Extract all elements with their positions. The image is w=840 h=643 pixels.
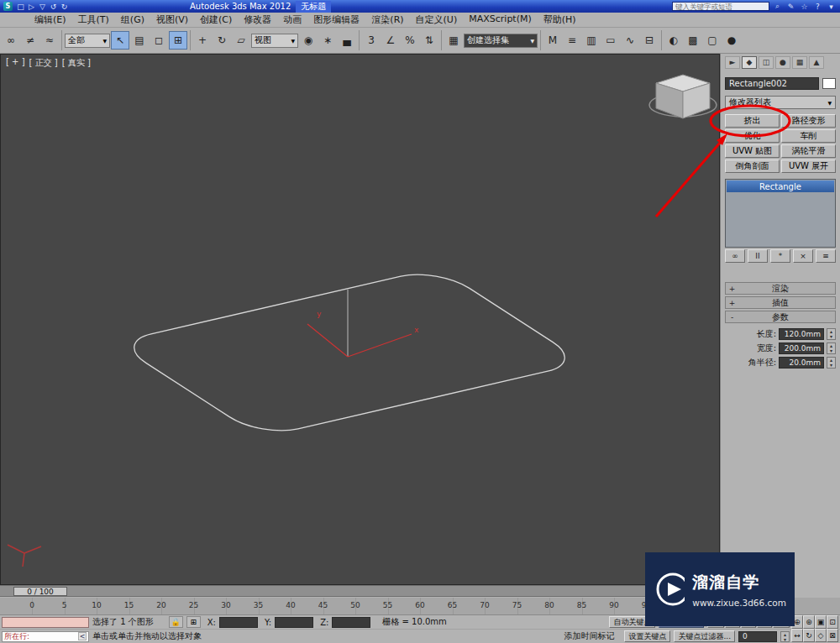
time-slider-track[interactable]: 0 / 100 — [0, 585, 720, 597]
pencil-icon[interactable]: ✎ — [785, 2, 796, 12]
pin-stack-icon[interactable]: ∞ — [725, 249, 745, 263]
remove-modifier-icon[interactable]: × — [793, 249, 813, 263]
window-crossing-icon[interactable]: ⊞ — [169, 31, 187, 50]
align-icon[interactable]: ≡ — [563, 31, 581, 50]
maxscript-mini-listener[interactable]: 所在行: < — [2, 631, 89, 642]
help-icon[interactable]: ? — [812, 2, 823, 12]
orbit-icon[interactable]: ↻ — [803, 629, 815, 642]
render-setup-icon[interactable]: ▩ — [684, 31, 702, 50]
named-selection-set-dropdown[interactable]: 创建选择集▼ — [464, 34, 538, 48]
absolute-offset-toggle-icon[interactable]: ⊞ — [186, 616, 201, 628]
menu-item[interactable]: 动画 — [277, 13, 307, 26]
make-unique-icon[interactable]: * — [770, 249, 790, 263]
time-slider-handle[interactable]: 0 / 100 — [13, 587, 67, 596]
y-coord-field[interactable] — [275, 617, 313, 628]
menu-item[interactable]: 修改器 — [238, 13, 277, 26]
modifier-button[interactable]: 涡轮平滑 — [781, 144, 836, 158]
field-of-view-icon[interactable]: ◇ — [815, 629, 827, 642]
spinner-down-icon[interactable]: ▾ — [781, 637, 789, 642]
rollout-toggle-icon[interactable]: - — [728, 312, 736, 322]
undo-icon[interactable]: ↺ — [48, 2, 59, 12]
unlink-selection-icon[interactable]: ≠ — [21, 31, 39, 50]
menu-item[interactable]: 帮助(H) — [538, 13, 582, 26]
modifier-button[interactable]: 倒角剖面 — [725, 159, 780, 173]
zoom-region-icon[interactable]: ⊡ — [827, 615, 838, 629]
select-and-rotate-icon[interactable]: ↻ — [213, 31, 231, 50]
show-end-result-icon[interactable]: II — [748, 249, 768, 263]
select-and-move-icon[interactable]: + — [193, 31, 212, 50]
rollout-header[interactable]: +插值 — [725, 296, 836, 309]
modifier-button[interactable]: UVW 展开 — [781, 159, 836, 173]
modifier-list-dropdown[interactable]: 修改器列表 ▼ — [725, 96, 836, 109]
viewport-menu-shading[interactable]: [ 真实 ] — [62, 57, 91, 69]
rollout-toggle-icon[interactable]: + — [728, 298, 736, 307]
percent-snap-icon[interactable]: % — [401, 31, 419, 50]
utilities-tab[interactable]: ▲ — [809, 56, 824, 69]
set-key-button[interactable]: 设置关键点 — [624, 630, 670, 642]
create-tab[interactable]: ► — [725, 56, 740, 69]
hierarchy-tab[interactable]: ◫ — [759, 56, 774, 69]
spinner-snap-icon[interactable]: ⇅ — [420, 31, 438, 50]
display-tab[interactable]: ▦ — [792, 56, 807, 69]
spinner[interactable]: ▴▾ — [827, 328, 836, 340]
rollout-header[interactable]: +渲染 — [725, 282, 836, 295]
viewcube[interactable] — [649, 75, 717, 118]
snap-toggle-3d-icon[interactable]: 3 — [362, 31, 381, 50]
parameter-field[interactable]: 120.0mm — [779, 328, 824, 340]
menu-item[interactable]: 图形编辑器 — [307, 13, 365, 26]
graphite-ribbon-icon[interactable]: ▭ — [601, 31, 620, 50]
spinner[interactable]: ▴▾ — [827, 342, 836, 354]
new-file-icon[interactable]: □ — [15, 2, 26, 12]
menu-item[interactable]: 编辑(E) — [29, 13, 72, 26]
select-and-manipulate-icon[interactable]: ∗ — [318, 31, 337, 50]
spinner-down-icon[interactable]: ▾ — [827, 348, 835, 353]
menu-item[interactable]: 组(G) — [115, 13, 150, 26]
rendered-frame-window-icon[interactable]: ▢ — [703, 31, 722, 50]
menu-item[interactable]: MAXScript(M) — [463, 13, 538, 26]
select-and-scale-icon[interactable]: ▱ — [232, 31, 250, 50]
select-object-icon[interactable]: ↖ — [111, 31, 129, 50]
select-and-link-icon[interactable]: ∞ — [2, 31, 20, 50]
modifier-button[interactable]: 车削 — [781, 129, 836, 143]
menu-item[interactable]: 自定义(U) — [410, 13, 464, 26]
curve-editor-icon[interactable]: ∿ — [621, 31, 639, 50]
pan-icon[interactable]: ↔ — [791, 629, 803, 642]
motion-tab[interactable]: ● — [775, 56, 790, 69]
parameter-field[interactable]: 20.0mm — [779, 357, 824, 369]
time-spinner[interactable]: ▴ ▾ — [780, 631, 790, 642]
viewport-menu-pov[interactable]: [ 正交 ] — [29, 57, 58, 69]
listener-expand-icon[interactable]: < — [78, 632, 87, 640]
menu-item[interactable]: 视图(V) — [150, 13, 194, 26]
bind-to-space-warp-icon[interactable]: ≈ — [40, 31, 59, 50]
modifier-button[interactable]: UVW 贴图 — [725, 144, 780, 158]
infocenter-search-input[interactable] — [672, 2, 769, 11]
app-logo-icon[interactable]: S — [3, 2, 13, 11]
modify-tab[interactable]: ◆ — [742, 56, 757, 69]
spinner[interactable]: ▴▾ — [827, 357, 836, 369]
use-pivot-center-icon[interactable]: ◉ — [299, 31, 318, 50]
modifier-button[interactable]: 挤出 — [725, 114, 780, 128]
zoom-all-icon[interactable]: ⊛ — [803, 615, 815, 629]
rectangle-spline-shape[interactable] — [114, 268, 585, 437]
selection-filter-dropdown[interactable]: 全部▼ — [65, 34, 110, 48]
modifier-button[interactable]: 优化 — [725, 129, 780, 143]
current-time-field[interactable]: 0 — [738, 631, 777, 642]
mirror-icon[interactable]: M — [543, 31, 562, 50]
menu-item[interactable]: 创建(C) — [194, 13, 238, 26]
maximize-viewport-icon[interactable]: ⊠ — [827, 629, 838, 642]
macro-recorder-field[interactable] — [2, 617, 89, 628]
key-filters-button[interactable]: 关键点过滤器... — [674, 630, 735, 642]
edit-named-selection-sets-icon[interactable]: ▦ — [444, 31, 463, 50]
menu-item[interactable]: 渲染(R) — [365, 13, 409, 26]
reference-coordinate-dropdown[interactable]: 视图▼ — [251, 34, 298, 48]
modifier-button[interactable]: 路径变形 — [781, 114, 836, 128]
layer-manager-icon[interactable]: ▥ — [582, 31, 601, 50]
menu-item[interactable]: 工具(T) — [72, 13, 115, 26]
parameter-field[interactable]: 200.0mm — [779, 342, 824, 354]
viewport[interactable]: [ + ] [ 正交 ] [ 真实 ] y x — [0, 54, 720, 585]
configure-modifier-sets-icon[interactable]: ≡ — [816, 249, 836, 263]
star-icon[interactable]: ☆ — [799, 2, 810, 12]
lock-selection-icon[interactable]: 🔒 — [169, 616, 183, 628]
infocenter-menu-icon[interactable]: ▾ — [826, 2, 837, 12]
rectangular-selection-region-icon[interactable]: ◻ — [150, 31, 168, 50]
